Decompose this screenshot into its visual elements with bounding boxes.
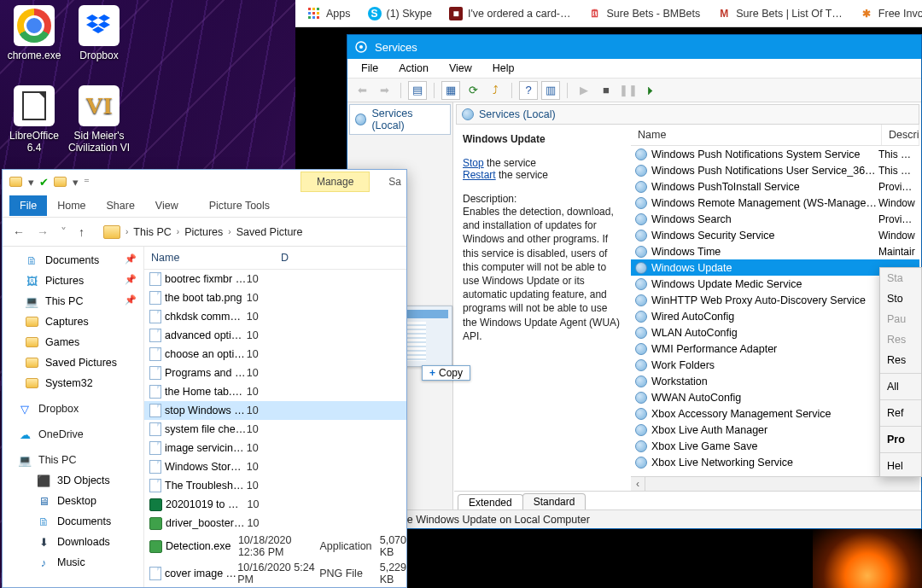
- toolbar-forward-icon[interactable]: ➡: [375, 81, 394, 100]
- toolbar-restart-icon[interactable]: ⏵: [641, 81, 660, 100]
- file-row[interactable]: The Troubleshoot ta…10: [144, 476, 406, 495]
- file-row[interactable]: stop Windows Upd…10: [144, 401, 406, 420]
- nav-item[interactable]: Saved Pictures: [3, 352, 143, 373]
- breadcrumb-thispc[interactable]: This PC: [133, 226, 171, 238]
- nav-item[interactable]: 🖥Desktop: [3, 491, 143, 511]
- tab-file[interactable]: File: [9, 195, 47, 216]
- desktop-icon-civ6[interactable]: VI Sid Meier's Civilization VI: [67, 85, 131, 154]
- toolbar-help-icon[interactable]: ?: [519, 81, 538, 100]
- bookmark-skype[interactable]: S (1) Skype: [359, 7, 441, 20]
- service-row[interactable]: WWAN AutoConfig: [631, 389, 919, 405]
- bookmark-apps[interactable]: Apps: [299, 7, 359, 20]
- bookmark-card[interactable]: ■ I've ordered a card-…: [441, 7, 580, 20]
- tab-extended[interactable]: Extended: [458, 494, 523, 509]
- file-row[interactable]: chkdsk command.p…10: [144, 307, 406, 326]
- nav-up-icon[interactable]: ↑: [75, 225, 88, 239]
- toolbar-pause-icon[interactable]: ❚❚: [619, 81, 638, 100]
- file-row[interactable]: bootrec fixmbr com…10: [144, 270, 406, 288]
- file-row[interactable]: driver_booster_setu…10: [144, 514, 406, 533]
- service-row[interactable]: Xbox Live Auth Manager: [631, 422, 919, 438]
- nav-item[interactable]: Captures: [3, 311, 143, 332]
- col-date[interactable]: D: [274, 247, 397, 269]
- service-row[interactable]: Windows Push Notifications System Servic…: [631, 146, 919, 162]
- toolbar-back-icon[interactable]: ⬅: [353, 81, 371, 100]
- service-row[interactable]: Windows Security ServiceWindow: [631, 227, 919, 243]
- chevron-right-icon[interactable]: ›: [125, 227, 128, 236]
- service-row[interactable]: Windows TimeMaintair: [631, 243, 919, 259]
- breadcrumb-pictures[interactable]: Pictures: [184, 226, 223, 238]
- service-stop-link[interactable]: Stop: [463, 157, 484, 169]
- services-titlebar[interactable]: Services: [347, 35, 921, 59]
- desktop-icon-dropbox[interactable]: Dropbox: [67, 5, 131, 61]
- service-row[interactable]: Xbox Live Networking Service: [631, 454, 919, 470]
- col-name[interactable]: Name: [144, 247, 274, 269]
- breadcrumb-saved-pictures[interactable]: Saved Picture: [236, 226, 303, 238]
- nav-item[interactable]: System32: [3, 373, 143, 393]
- tab-share[interactable]: Share: [96, 195, 145, 216]
- service-row[interactable]: Wired AutoConfig: [631, 308, 919, 324]
- services-tree-node[interactable]: Services (Local): [349, 104, 451, 135]
- service-row[interactable]: Windows Update Medic Service: [631, 276, 919, 292]
- tab-view[interactable]: View: [145, 195, 189, 216]
- file-row[interactable]: cover image great f…10/16/2020 5:24 PMPN…: [144, 560, 406, 587]
- file-row[interactable]: advanced options …10: [144, 326, 406, 345]
- nav-item[interactable]: 🖼Pictures📌: [3, 271, 143, 291]
- service-row[interactable]: Windows SearchProvides: [631, 211, 919, 227]
- tab-home[interactable]: Home: [47, 195, 96, 216]
- service-row[interactable]: Windows Update: [631, 259, 919, 276]
- nav-item[interactable]: ♪Music: [3, 552, 143, 573]
- file-row[interactable]: system file checker …10: [144, 420, 406, 439]
- service-row[interactable]: Workstation: [631, 373, 919, 389]
- nav-item[interactable]: 💻This PC📌: [3, 291, 143, 311]
- tab-standard[interactable]: Standard: [522, 493, 586, 509]
- nav-item[interactable]: ⬇Downloads: [3, 532, 143, 552]
- desktop-icon-chrome[interactable]: chrome.exe: [2, 5, 67, 61]
- nav-item[interactable]: 🗎Documents📌: [3, 250, 143, 271]
- tab-picture-tools[interactable]: Picture Tools: [199, 195, 280, 216]
- chevron-down-icon[interactable]: ▾: [73, 176, 79, 189]
- service-row[interactable]: WinHTTP Web Proxy Auto-Discovery Service: [631, 292, 919, 308]
- services-hscroll[interactable]: ‹: [631, 476, 919, 491]
- col-description[interactable]: Descript: [882, 125, 919, 145]
- context-menu-item[interactable]: Pro: [880, 429, 921, 450]
- service-row[interactable]: WLAN AutoConfig: [631, 324, 919, 341]
- service-row[interactable]: Work Folders: [631, 357, 919, 373]
- file-row[interactable]: the Home tab.png10: [144, 382, 406, 401]
- file-row[interactable]: Programs and Featu…10: [144, 364, 406, 382]
- nav-item[interactable]: 🗎Documents: [3, 511, 143, 532]
- toolbar-refresh-icon[interactable]: ⟳: [464, 81, 482, 100]
- context-menu-item[interactable]: Sto: [880, 288, 921, 309]
- file-row[interactable]: image servicing co…10: [144, 439, 406, 457]
- menu-file[interactable]: File: [353, 61, 387, 76]
- nav-section-dropbox[interactable]: ▽Dropbox: [3, 399, 143, 419]
- service-restart-link[interactable]: Restart: [463, 169, 496, 181]
- nav-section-onedrive[interactable]: ☁OneDrive: [3, 424, 143, 445]
- service-row[interactable]: Xbox Accessory Management Service: [631, 405, 919, 422]
- menu-view[interactable]: View: [441, 61, 481, 76]
- toolbar-start-icon[interactable]: ▶: [575, 81, 593, 100]
- menu-action[interactable]: Action: [390, 61, 437, 76]
- file-row[interactable]: the boot tab.png10: [144, 288, 406, 307]
- context-menu-item[interactable]: Res: [880, 350, 921, 370]
- toolbar-export-icon[interactable]: ⤴: [486, 81, 505, 100]
- toolbar-properties-icon[interactable]: ▦: [441, 81, 460, 100]
- chevron-down-icon[interactable]: ▾: [28, 176, 34, 189]
- service-row[interactable]: Xbox Live Game Save: [631, 438, 919, 454]
- chevron-right-icon[interactable]: ›: [177, 227, 179, 236]
- toolbar-stop-icon[interactable]: ■: [597, 81, 616, 100]
- manage-tab[interactable]: Manage: [301, 172, 370, 192]
- file-row[interactable]: choose an option m…10: [144, 345, 406, 364]
- toolbar-columns-icon[interactable]: ▥: [541, 81, 560, 100]
- nav-back-icon[interactable]: ←: [9, 225, 28, 239]
- context-menu-item[interactable]: All: [880, 376, 921, 397]
- bookmark-surebets[interactable]: 🗓 Sure Bets - BMBets: [580, 7, 709, 20]
- toolbar-show-hide-icon[interactable]: ▤: [408, 81, 427, 100]
- service-row[interactable]: WMI Performance Adapter: [631, 341, 919, 357]
- file-row[interactable]: Windows Store App…10: [144, 457, 406, 476]
- service-row[interactable]: Windows Remote Management (WS-Manageme…W…: [631, 195, 919, 211]
- bookmark-surebets-list[interactable]: M Sure Bets | List Of T…: [709, 7, 851, 20]
- service-row[interactable]: Windows Push Notifications User Service_…: [631, 162, 919, 178]
- desktop-icon-libreoffice[interactable]: LibreOffice 6.4: [2, 85, 67, 154]
- col-name[interactable]: Name: [631, 125, 882, 145]
- file-row[interactable]: 20201019 to Matthe…10: [144, 495, 406, 514]
